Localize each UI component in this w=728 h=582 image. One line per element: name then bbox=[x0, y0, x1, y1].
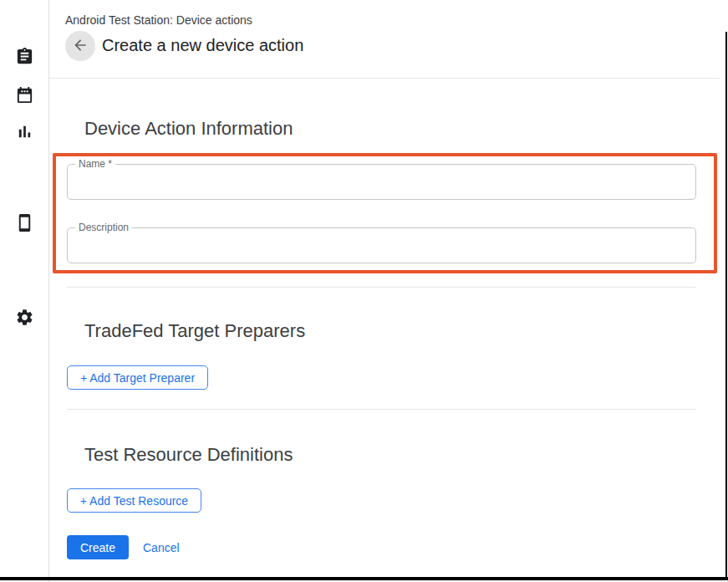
breadcrumb: Android Test Station: Device actions bbox=[65, 13, 252, 27]
bar-chart-icon bbox=[15, 122, 34, 141]
sidebar-item-settings[interactable] bbox=[15, 308, 34, 327]
smartphone-icon bbox=[15, 213, 34, 232]
name-field: Name * bbox=[67, 164, 696, 200]
description-field-label: Description bbox=[75, 222, 132, 234]
back-button[interactable] bbox=[65, 31, 95, 61]
section-divider bbox=[67, 287, 696, 288]
sidebar bbox=[0, 0, 49, 582]
calendar-icon bbox=[15, 85, 34, 105]
arrow-back-icon bbox=[72, 37, 89, 56]
test-resources-heading: Test Resource Definitions bbox=[84, 444, 293, 466]
target-preparers-heading: TradeFed Target Preparers bbox=[84, 320, 305, 342]
name-field-label: Name * bbox=[75, 158, 115, 171]
clipboard-icon bbox=[15, 47, 34, 66]
add-test-resource-button[interactable]: + Add Test Resource bbox=[67, 488, 201, 513]
name-input[interactable] bbox=[68, 165, 695, 199]
add-target-preparer-button[interactable]: + Add Target Preparer bbox=[67, 365, 208, 390]
header-divider bbox=[49, 78, 720, 79]
create-button[interactable]: Create bbox=[67, 535, 129, 559]
description-field: Description bbox=[67, 227, 696, 263]
window-edge-right bbox=[725, 32, 727, 580]
sidebar-item-test-suites[interactable] bbox=[15, 47, 34, 66]
section-divider bbox=[67, 409, 696, 410]
cancel-button[interactable]: Cancel bbox=[143, 535, 180, 559]
gear-icon bbox=[15, 308, 34, 327]
app-window: Android Test Station: Device actions Cre… bbox=[0, 0, 728, 582]
page-title: Create a new device action bbox=[102, 36, 303, 55]
sidebar-item-test-plans[interactable] bbox=[15, 85, 34, 105]
sidebar-item-devices[interactable] bbox=[15, 213, 34, 232]
device-action-info-heading: Device Action Information bbox=[84, 118, 293, 140]
sidebar-item-test-results[interactable] bbox=[15, 122, 34, 141]
description-input[interactable] bbox=[68, 228, 695, 263]
window-edge-bottom bbox=[0, 577, 728, 580]
